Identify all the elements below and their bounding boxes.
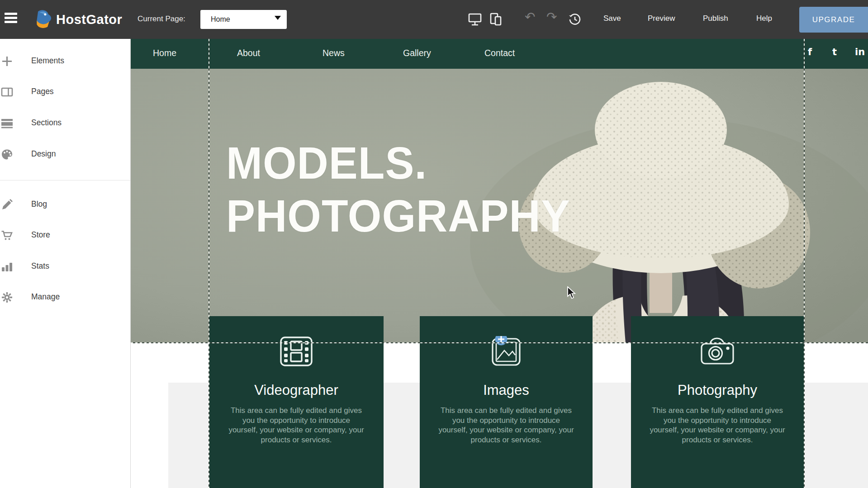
film-icon bbox=[209, 336, 384, 367]
sidebar-item-label: Blog bbox=[31, 199, 47, 209]
save-button[interactable]: Save bbox=[603, 14, 621, 23]
desktop-view-icon[interactable] bbox=[468, 12, 482, 27]
card-photography[interactable]: Photography This area can be fully edite… bbox=[631, 316, 804, 488]
plus-icon bbox=[1, 55, 13, 67]
page-select-dropdown[interactable]: Home bbox=[200, 10, 287, 29]
preview-button[interactable]: Preview bbox=[648, 14, 675, 23]
sidebar-item-design[interactable]: Design bbox=[0, 145, 130, 165]
sidebar-item-manage[interactable]: Manage bbox=[0, 288, 130, 308]
pencil-icon bbox=[1, 199, 13, 211]
card-body: This area can be fully edited and gives … bbox=[228, 406, 365, 445]
camera-icon bbox=[631, 336, 804, 367]
site-navbar: Home About News Gallery Contact f t in bbox=[131, 39, 868, 69]
sidebar-item-pages[interactable]: Pages bbox=[0, 82, 130, 102]
card-title: Photography bbox=[631, 382, 804, 398]
linkedin-icon[interactable]: in bbox=[855, 47, 865, 57]
upgrade-button[interactable]: UPGRADE bbox=[799, 7, 868, 33]
gear-icon bbox=[1, 291, 13, 303]
site-canvas[interactable]: Home About News Gallery Contact f t in bbox=[131, 39, 868, 488]
cart-icon bbox=[1, 229, 13, 242]
selection-border-left bbox=[209, 39, 209, 488]
pages-icon bbox=[1, 86, 13, 98]
nav-link-gallery[interactable]: Gallery bbox=[403, 48, 431, 58]
brand-text: HostGator bbox=[56, 12, 122, 27]
sidebar-item-store[interactable]: Store bbox=[0, 226, 130, 246]
sidebar-item-label: Store bbox=[31, 230, 50, 240]
sidebar-item-sections[interactable]: Sections bbox=[0, 114, 130, 133]
current-page-label: Current Page: bbox=[138, 14, 185, 24]
menu-icon[interactable] bbox=[5, 13, 17, 25]
card-title: Images bbox=[420, 382, 593, 398]
card-images[interactable]: Images This area can be fully edited and… bbox=[420, 316, 593, 488]
sidebar-item-label: Pages bbox=[31, 87, 54, 96]
nav-link-contact[interactable]: Contact bbox=[484, 48, 515, 58]
card-body: This area can be fully edited and gives … bbox=[649, 406, 786, 445]
sidebar-item-elements[interactable]: Elements bbox=[0, 52, 130, 71]
builder-sidebar: Elements Pages Sections Design bbox=[0, 39, 131, 488]
sidebar-item-label: Elements bbox=[31, 56, 64, 66]
help-button[interactable]: Help bbox=[756, 14, 772, 23]
twitter-icon[interactable]: t bbox=[832, 47, 837, 57]
selection-border-right bbox=[804, 39, 805, 488]
hostgator-logo: HostGator bbox=[33, 9, 128, 30]
nav-link-home[interactable]: Home bbox=[153, 48, 176, 58]
publish-button[interactable]: Publish bbox=[703, 14, 728, 23]
facebook-icon[interactable]: f bbox=[808, 47, 812, 57]
nav-link-about[interactable]: About bbox=[237, 48, 260, 58]
history-icon[interactable] bbox=[568, 13, 583, 27]
mobile-view-icon[interactable] bbox=[489, 12, 503, 27]
undo-icon[interactable]: ↶ bbox=[525, 9, 535, 24]
sidebar-item-stats[interactable]: Stats bbox=[0, 257, 130, 277]
sidebar-item-label: Manage bbox=[31, 292, 60, 302]
hero-section[interactable]: MODELS. PHOTOGRAPHY bbox=[131, 69, 868, 343]
sidebar-divider bbox=[0, 180, 130, 180]
hero-title[interactable]: MODELS. PHOTOGRAPHY bbox=[226, 137, 570, 242]
sidebar-item-label: Sections bbox=[31, 118, 62, 128]
chevron-down-icon bbox=[275, 16, 281, 20]
palette-icon bbox=[1, 148, 13, 161]
card-videographer[interactable]: Videographer This area can be fully edit… bbox=[209, 316, 384, 488]
builder-topbar: HostGator Current Page: Home ↶ ↷ bbox=[0, 0, 868, 39]
hero-title-line2: PHOTOGRAPHY bbox=[226, 190, 570, 242]
card-title: Videographer bbox=[209, 382, 384, 398]
image-plus-icon bbox=[420, 336, 593, 367]
nav-link-news[interactable]: News bbox=[323, 48, 345, 58]
redo-icon[interactable]: ↷ bbox=[546, 9, 557, 24]
hostgator-mascot-icon bbox=[33, 9, 53, 30]
page-select-value: Home bbox=[211, 15, 230, 24]
selection-border-bottom bbox=[131, 342, 868, 343]
sections-icon bbox=[1, 117, 13, 129]
card-body: This area can be fully edited and gives … bbox=[438, 406, 574, 445]
sidebar-item-label: Stats bbox=[31, 261, 49, 271]
hero-title-line1: MODELS. bbox=[226, 137, 570, 190]
bar-chart-icon bbox=[1, 261, 13, 273]
sidebar-item-blog[interactable]: Blog bbox=[0, 195, 130, 215]
sidebar-item-label: Design bbox=[31, 149, 56, 159]
